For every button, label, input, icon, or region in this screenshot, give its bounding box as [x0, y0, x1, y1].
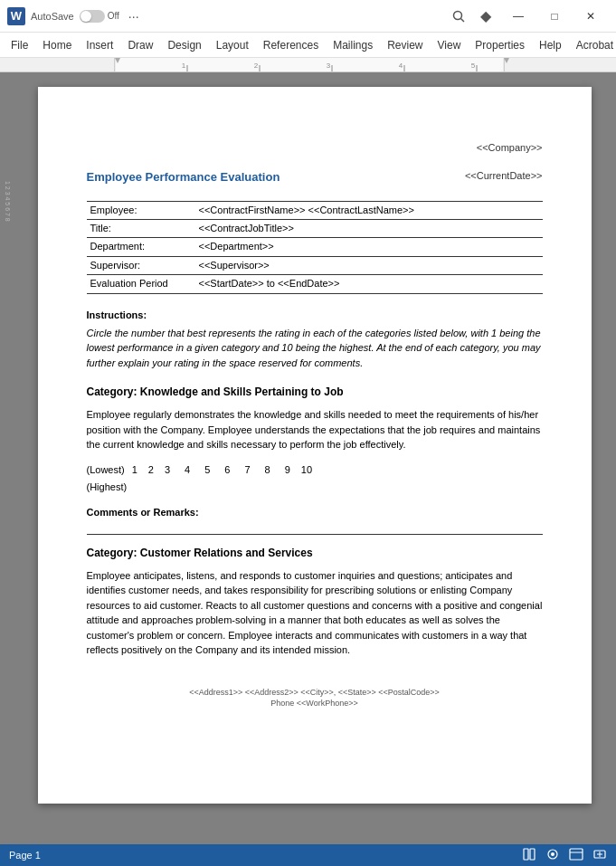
title-bar-left: W AutoSave Off ··· [7, 7, 154, 25]
search-button[interactable] [446, 4, 471, 29]
menu-design[interactable]: Design [160, 35, 208, 55]
menu-file[interactable]: File [4, 35, 35, 55]
rating-2: 2 [148, 463, 154, 477]
rating-8: 8 [265, 463, 270, 477]
close-button[interactable]: ✕ [573, 4, 609, 29]
section-divider [87, 534, 543, 535]
category1-description: Employee regularly demonstrates the know… [87, 407, 543, 452]
svg-text:2: 2 [254, 62, 259, 70]
autosave-toggle[interactable]: Off [80, 10, 119, 23]
rating-1: 1 [132, 463, 137, 477]
ruler-svg: 1 2 3 4 5 [0, 58, 616, 71]
field-label-employee: Employee: [87, 201, 195, 219]
svg-rect-6 [115, 58, 504, 71]
field-value-department: <<Department>> [195, 238, 543, 256]
menu-insert[interactable]: Insert [79, 35, 120, 55]
category2-header: Category: Customer Relations and Service… [87, 546, 543, 561]
document-page: <<Company>> Employee Performance Evaluat… [38, 87, 592, 804]
svg-rect-19 [524, 849, 528, 860]
footer-address-line: <<Address1>> <<Address2>> <<City>>, <<St… [87, 687, 543, 699]
svg-point-0 [454, 11, 462, 19]
rating-10: 10 [301, 463, 312, 477]
svg-text:4: 4 [399, 62, 403, 70]
instructions-body: Circle the number that best represents t… [87, 326, 543, 371]
margin-numbers: 1 2 3 4 5 6 7 8 [5, 181, 11, 222]
field-label-eval-period: Evaluation Period [87, 275, 195, 293]
comments-label: Comments or Remarks: [87, 506, 543, 519]
menu-view[interactable]: View [431, 35, 469, 55]
window-controls: — □ ✕ [500, 4, 609, 29]
status-bar: Page 1 [0, 844, 616, 866]
toggle-knob [81, 11, 91, 22]
rating-6: 6 [224, 463, 230, 477]
left-margin-indicator: 1 2 3 4 5 6 7 8 [0, 72, 13, 844]
svg-rect-23 [570, 849, 583, 860]
maximize-button[interactable]: □ [536, 4, 573, 29]
svg-text:5: 5 [471, 62, 476, 70]
table-row: Department: <<Department>> [87, 238, 543, 256]
field-value-eval-period: <<StartDate>> to <<EndDate>> [195, 275, 543, 293]
title-bar-right: ◆ — □ ✕ [446, 4, 609, 29]
table-row: Supervisor: <<Supervisor>> [87, 256, 543, 274]
table-row: Evaluation Period <<StartDate>> to <<End… [87, 275, 543, 293]
category1-header: Category: Knowledge and Skills Pertainin… [87, 385, 543, 400]
page-view-icon[interactable] [522, 847, 536, 864]
menu-home[interactable]: Home [35, 35, 79, 55]
toggle-track[interactable] [80, 10, 105, 23]
svg-text:3: 3 [327, 62, 331, 70]
rating-9: 9 [285, 463, 290, 477]
menu-mailings[interactable]: Mailings [326, 35, 380, 55]
footer-phone-line: Phone <<WorkPhone>> [87, 698, 543, 709]
rating-4: 4 [185, 463, 190, 477]
more-options-button[interactable]: ··· [128, 9, 139, 24]
menu-bar: File Home Insert Draw Design Layout Refe… [0, 33, 616, 58]
footer-address: <<Address1>> <<Address2>> <<City>>, <<St… [87, 687, 543, 709]
rating-3: 3 [165, 463, 170, 477]
rating-scale: (Lowest) 1 2 3 4 5 6 7 8 9 10 [87, 463, 543, 477]
menu-acrobat[interactable]: Acrobat [569, 35, 616, 55]
field-label-supervisor: Supervisor: [87, 256, 195, 274]
menu-properties[interactable]: Properties [468, 35, 532, 55]
field-label-department: Department: [87, 238, 195, 256]
ruler: 1 2 3 4 5 [0, 58, 616, 72]
info-table: Employee: <<ContractFirstName>> <<Contra… [87, 201, 543, 294]
company-tag: <<Company>> [87, 141, 543, 155]
menu-references[interactable]: References [256, 35, 326, 55]
rating-low-label: (Lowest) [87, 463, 125, 477]
page-container[interactable]: <<Company>> Employee Performance Evaluat… [13, 72, 616, 844]
field-value-employee: <<ContractFirstName>> <<ContractLastName… [195, 201, 543, 219]
diamond-icon[interactable]: ◆ [477, 7, 495, 25]
svg-line-1 [461, 18, 465, 22]
table-row: Title: <<ContractJobTitle>> [87, 219, 543, 237]
title-bar: W AutoSave Off ··· ◆ — □ ✕ [0, 0, 616, 33]
layout-icon[interactable] [569, 847, 583, 864]
doc-header: Employee Performance Evaluation <<Curren… [87, 169, 543, 186]
rating-high-label: (Highest) [87, 481, 543, 494]
instructions-header: Instructions: [87, 309, 543, 322]
rating-7: 7 [244, 463, 250, 477]
current-date: <<CurrentDate>> [465, 169, 543, 183]
word-icon: W [7, 7, 25, 25]
doc-title: Employee Performance Evaluation [87, 169, 280, 186]
svg-point-22 [551, 852, 554, 856]
field-label-title: Title: [87, 219, 195, 237]
autosave-label: AutoSave [31, 11, 74, 22]
status-bar-right [522, 847, 607, 864]
field-value-supervisor: <<Supervisor>> [195, 256, 543, 274]
zoom-icon[interactable] [592, 847, 607, 864]
minimize-button[interactable]: — [500, 4, 536, 29]
menu-help[interactable]: Help [532, 35, 569, 55]
menu-draw[interactable]: Draw [120, 35, 160, 55]
table-row: Employee: <<ContractFirstName>> <<Contra… [87, 201, 543, 219]
focus-icon[interactable] [545, 847, 560, 864]
menu-layout[interactable]: Layout [209, 35, 256, 55]
menu-review[interactable]: Review [380, 35, 430, 55]
page-number: Page 1 [9, 850, 41, 861]
field-value-title: <<ContractJobTitle>> [195, 219, 543, 237]
svg-rect-20 [530, 849, 535, 860]
rating-5: 5 [204, 463, 210, 477]
main-area: 1 2 3 4 5 6 7 8 <<Company>> Employee Per… [0, 72, 616, 844]
category2-description: Employee anticipates, listens, and respo… [87, 568, 543, 658]
svg-text:1: 1 [182, 62, 186, 70]
toggle-state-label: Off [108, 11, 119, 21]
